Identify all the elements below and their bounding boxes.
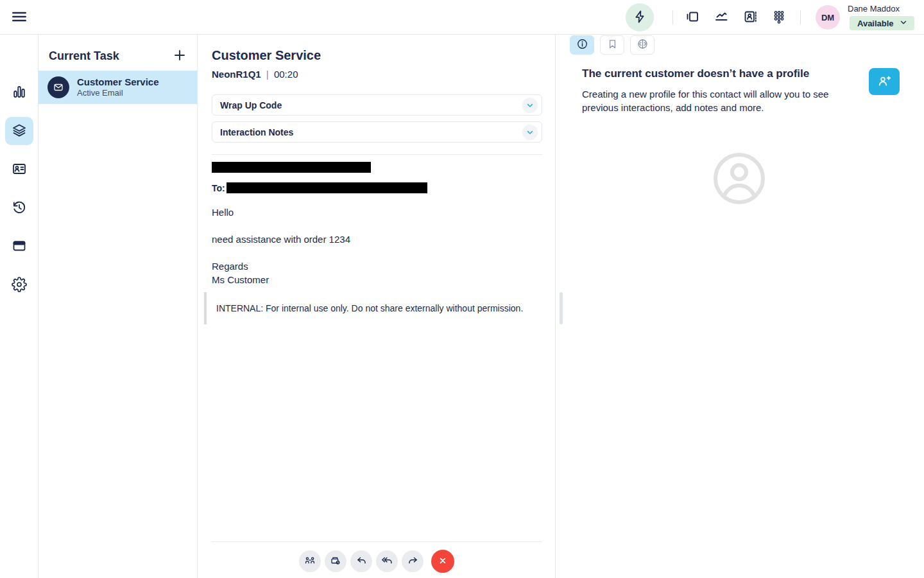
header-divider [800, 10, 801, 24]
brain-icon [637, 38, 649, 52]
email-icon [47, 76, 69, 98]
panels-icon [685, 9, 700, 26]
window-icon [12, 238, 27, 256]
reply-button[interactable] [350, 550, 372, 572]
reply-icon [355, 554, 368, 568]
disconnect-button[interactable] [431, 550, 454, 573]
create-profile-button[interactable] [869, 68, 900, 95]
bar-chart-icon [12, 84, 27, 101]
scrollbar-thumb[interactable] [560, 292, 563, 324]
user-avatar[interactable]: DM [816, 5, 840, 30]
history-icon [12, 200, 27, 217]
disconnect-icon [437, 555, 449, 568]
task-item-subtitle: Active Email [77, 88, 159, 98]
nav-activity-button[interactable] [5, 78, 33, 107]
toolbar-divider [212, 541, 542, 542]
wrap-up-code-accordion[interactable]: Wrap Up Code [212, 94, 542, 116]
tab-assist[interactable] [630, 35, 654, 55]
email-request: need assistance with order 1234 [212, 234, 350, 245]
directory-icon [742, 9, 758, 26]
nav-history-button[interactable] [5, 194, 33, 222]
layers-icon [12, 123, 27, 140]
gear-icon [12, 277, 27, 294]
tab-info[interactable] [570, 35, 594, 55]
redacted-subject [212, 162, 371, 173]
chevron-down-icon [899, 18, 908, 29]
performance-button[interactable] [714, 10, 729, 25]
interaction-meta: NeonR1Q1 | 00:20 [212, 69, 298, 80]
nav-contacts-button[interactable] [5, 155, 33, 184]
lightning-icon [633, 10, 647, 26]
queue-name: NeonR1Q1 [212, 69, 261, 80]
task-list-item[interactable]: Customer Service Active Email [38, 71, 197, 104]
user-name: Dane Maddox [848, 4, 900, 13]
interaction-title: Customer Service [212, 48, 321, 63]
person-placeholder-icon [708, 148, 770, 209]
interactions-button[interactable] [626, 3, 654, 31]
email-greeting: Hello [212, 207, 234, 218]
park-email-button[interactable] [325, 550, 346, 572]
bookmark-icon [607, 39, 618, 51]
hamburger-icon [11, 8, 28, 27]
reply-all-icon [381, 554, 393, 568]
status-label: Available [857, 19, 894, 28]
accordion-label: Wrap Up Code [220, 100, 282, 110]
reply-all-button[interactable] [376, 550, 398, 572]
add-task-button[interactable] [172, 48, 187, 65]
forward-button[interactable] [402, 550, 424, 572]
status-dropdown[interactable]: Available [850, 16, 914, 30]
to-label: To: [212, 183, 225, 193]
task-panel-title: Current Task [49, 49, 119, 63]
hamburger-menu-button[interactable] [11, 9, 28, 26]
meta-separator: | [264, 69, 271, 80]
left-nav-rail [0, 35, 38, 578]
app-window: DM Dane Maddox Available [0, 0, 924, 578]
nav-settings-button[interactable] [5, 271, 33, 299]
person-plus-icon [877, 73, 892, 91]
panels-button[interactable] [685, 10, 700, 25]
line-chart-icon [714, 9, 729, 26]
apps-dialpad-button[interactable] [771, 10, 787, 25]
email-signature: Ms Customer [212, 274, 269, 285]
no-profile-title: The current customer doesn’t have a prof… [582, 67, 809, 80]
transfer-icon [304, 555, 316, 568]
email-header-divider [212, 154, 542, 155]
internal-note-text: INTERNAL: For internal use only. Do not … [216, 303, 523, 313]
tab-bookmarks[interactable] [600, 35, 624, 55]
plus-icon [172, 48, 187, 65]
interaction-notes-accordion[interactable]: Interaction Notes [212, 121, 542, 143]
email-action-toolbar [198, 550, 556, 573]
chevron-down-icon [522, 98, 538, 113]
no-profile-description: Creating a new profile for this contact … [582, 87, 851, 114]
task-item-title: Customer Service [77, 76, 159, 88]
interaction-panel: Customer Service NeonR1Q1 | 00:20 Wrap U… [198, 35, 556, 578]
internal-note: INTERNAL: For internal use only. Do not … [204, 292, 523, 324]
directory-button[interactable] [742, 10, 758, 25]
chevron-down-icon [522, 125, 538, 140]
contact-card-icon [12, 161, 27, 179]
forward-icon [407, 554, 419, 568]
dialpad-icon [771, 9, 787, 26]
redacted-recipient [227, 182, 427, 193]
email-signoff: Regards [212, 261, 248, 272]
nav-apps-button[interactable] [5, 232, 33, 261]
transfer-button[interactable] [299, 550, 321, 572]
info-icon [576, 38, 588, 52]
user-initials: DM [821, 13, 834, 22]
customer-profile-panel: The current customer doesn’t have a prof… [556, 35, 924, 578]
accordion-label: Interaction Notes [220, 127, 293, 137]
park-email-icon [330, 555, 341, 568]
interaction-timer: 00:20 [274, 69, 298, 80]
header-divider [672, 10, 673, 24]
current-task-panel: Current Task Customer Service Active Ema… [38, 35, 198, 578]
nav-interactions-button[interactable] [5, 117, 33, 145]
top-header: DM Dane Maddox Available [0, 0, 924, 35]
profile-panel-tabs [570, 35, 654, 55]
